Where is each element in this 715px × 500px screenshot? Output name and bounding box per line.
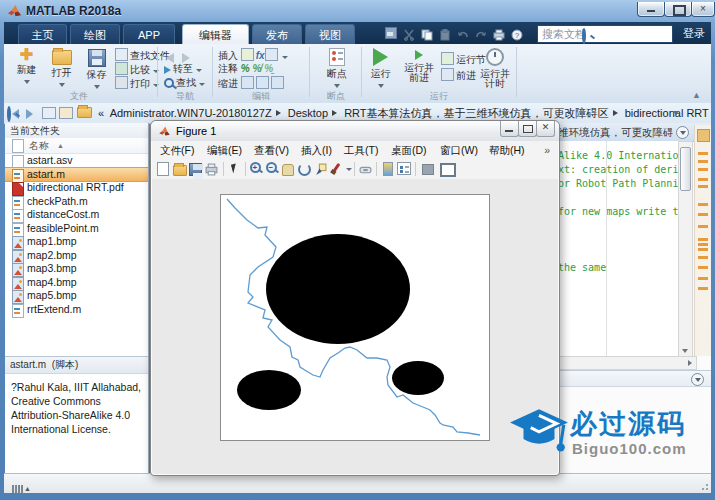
run-time-button[interactable]: 运行并计时 (476, 46, 514, 90)
menu-edit[interactable]: 编辑(E) (207, 143, 242, 157)
comment-button[interactable]: 注释 % %̸ %̱ (218, 62, 273, 75)
figure-minimize-button[interactable] (500, 121, 519, 137)
analyzer-warning-mark[interactable] (698, 243, 708, 246)
analyzer-warning-mark[interactable] (698, 152, 708, 155)
plot-area[interactable] (220, 194, 490, 441)
tab-home[interactable]: 主页 (18, 24, 67, 45)
file-row[interactable]: distanceCost.m (5, 208, 148, 222)
menu-insert[interactable]: 插入(I) (301, 143, 332, 157)
up-folder-icon[interactable] (42, 107, 56, 119)
panel-menu-circle-icon[interactable] (691, 373, 704, 386)
find-button[interactable]: 查找 (164, 76, 205, 89)
search-icon[interactable] (582, 28, 586, 44)
copy-icon[interactable] (421, 27, 433, 39)
address-search-icon[interactable] (7, 106, 11, 122)
analyzer-warning-mark[interactable] (698, 178, 708, 181)
collapse-ribbon-button[interactable]: ▲ (692, 90, 701, 100)
analyzer-warning-mark[interactable] (698, 256, 708, 259)
file-row[interactable]: feasiblePoint.m (5, 222, 148, 236)
editor-horizontal-scrollbar[interactable] (551, 356, 697, 370)
open-button[interactable]: 打开 (45, 46, 78, 90)
insert-legend-icon[interactable] (397, 162, 411, 176)
figure-window[interactable]: Figure 1 ✕ 文件(F) 编辑(E) 查看(V) 插入(I) 工具(T)… (150, 120, 560, 476)
menu-overflow-icon[interactable]: » (544, 143, 550, 157)
login-button[interactable]: 登录 (672, 25, 715, 42)
show-plot-tools-icon[interactable] (440, 162, 454, 176)
redo-icon[interactable] (475, 27, 487, 39)
tab-plots[interactable]: 绘图 (70, 24, 120, 45)
analyzer-warning-mark[interactable] (698, 203, 708, 206)
analyzer-warning-mark[interactable] (698, 185, 708, 188)
pan-icon[interactable] (282, 162, 296, 176)
tab-apps[interactable]: APP (123, 24, 175, 45)
analyzer-summary-icon[interactable] (697, 129, 710, 142)
minimize-button[interactable] (637, 2, 665, 17)
close-button[interactable]: × (691, 2, 715, 17)
insert-colorbar-icon[interactable] (381, 162, 395, 176)
indent-button[interactable]: 缩进 (218, 76, 286, 89)
file-row[interactable]: checkPath.m (5, 195, 148, 209)
resize-grip[interactable] (698, 480, 708, 490)
title-bar[interactable]: MATLAB R2018a × (0, 0, 715, 22)
save-figure-icon[interactable] (189, 162, 203, 176)
save-button[interactable]: 保存 (80, 46, 113, 90)
analyzer-warning-mark[interactable] (698, 225, 708, 228)
advance-button[interactable]: 前进 (441, 68, 476, 81)
cut-icon[interactable] (403, 27, 415, 39)
collapsed-panel-bar[interactable] (551, 370, 711, 387)
run-button[interactable]: 运行 (364, 46, 397, 90)
name-column-header[interactable]: 名称 ▲ (5, 138, 148, 154)
tab-view[interactable]: 视图 (305, 24, 355, 45)
data-cursor-icon[interactable] (314, 162, 328, 176)
new-script-button[interactable]: ✚ 新建 (10, 46, 43, 90)
zoom-in-icon[interactable]: + (250, 162, 264, 176)
editor-document-bar[interactable]: 维环境仿真，可更改障碍区... × (551, 123, 711, 142)
file-row[interactable]: map5.bmp (5, 289, 148, 303)
editor-code-area[interactable]: Alike 4.0 International l xt: creation o… (551, 141, 679, 356)
open-file-icon[interactable] (173, 162, 187, 176)
scroll-down-icon[interactable] (682, 349, 688, 353)
new-figure-icon[interactable] (157, 162, 171, 176)
current-folder-title[interactable]: 当前文件夹 (5, 123, 148, 139)
file-row-selected[interactable]: astart.m (5, 167, 148, 183)
analyzer-warning-mark[interactable] (698, 266, 708, 269)
figure-close-button[interactable]: ✕ (536, 121, 555, 137)
print-button[interactable]: 打印 (115, 76, 159, 89)
file-details-header[interactable]: astart.m (脚本) (5, 356, 148, 374)
hide-plot-tools-icon[interactable] (422, 162, 436, 176)
analyzer-warning-mark[interactable] (698, 287, 708, 290)
compare-button[interactable]: 比较 (115, 62, 159, 75)
file-row[interactable]: map3.bmp (5, 262, 148, 276)
menu-file[interactable]: 文件(F) (160, 143, 194, 157)
find-files-button[interactable]: 查找文件 (115, 48, 170, 61)
figure-title-bar[interactable]: Figure 1 ✕ (151, 121, 559, 141)
analyzer-warning-mark[interactable] (698, 277, 708, 280)
analyzer-warning-mark[interactable] (698, 213, 708, 216)
menu-desktop[interactable]: 桌面(D) (391, 143, 427, 157)
file-row[interactable]: map4.bmp (5, 276, 148, 290)
tab-editor[interactable]: 编辑器 (182, 24, 249, 45)
breadcrumb[interactable]: « Administrator.WIN7U-20180127Z Desktop … (98, 106, 709, 120)
file-row[interactable]: bidirectional RRT.pdf (5, 181, 148, 195)
editor-menu-circle-icon[interactable] (676, 126, 689, 139)
file-row[interactable]: map2.bmp (5, 249, 148, 263)
search-input[interactable]: 搜索文档 (537, 25, 673, 43)
menu-tools[interactable]: 工具(T) (344, 143, 378, 157)
scrollbar-thumb[interactable] (680, 147, 691, 191)
edit-cursor-icon[interactable] (228, 162, 242, 176)
menu-view[interactable]: 查看(V) (254, 143, 289, 157)
figure-maximize-button[interactable] (518, 121, 537, 137)
undo-icon[interactable] (457, 27, 469, 39)
file-row[interactable]: astart.asv (5, 154, 148, 168)
insert-button[interactable]: 插入 fx (218, 48, 288, 61)
zoom-out-icon[interactable]: − (266, 162, 280, 176)
save-icon[interactable] (385, 27, 397, 39)
editor-vertical-scrollbar[interactable] (678, 141, 693, 358)
browse-folder-icon[interactable] (59, 107, 73, 119)
brush-icon[interactable] (330, 162, 344, 176)
run-advance-button[interactable]: 运行并前进 (400, 46, 438, 90)
link-plot-icon[interactable] (359, 162, 373, 176)
file-row[interactable]: map1.bmp (5, 235, 148, 249)
details-toggle-icon[interactable]: ▲ (12, 479, 31, 497)
brush-dropdown-icon[interactable] (346, 168, 352, 171)
